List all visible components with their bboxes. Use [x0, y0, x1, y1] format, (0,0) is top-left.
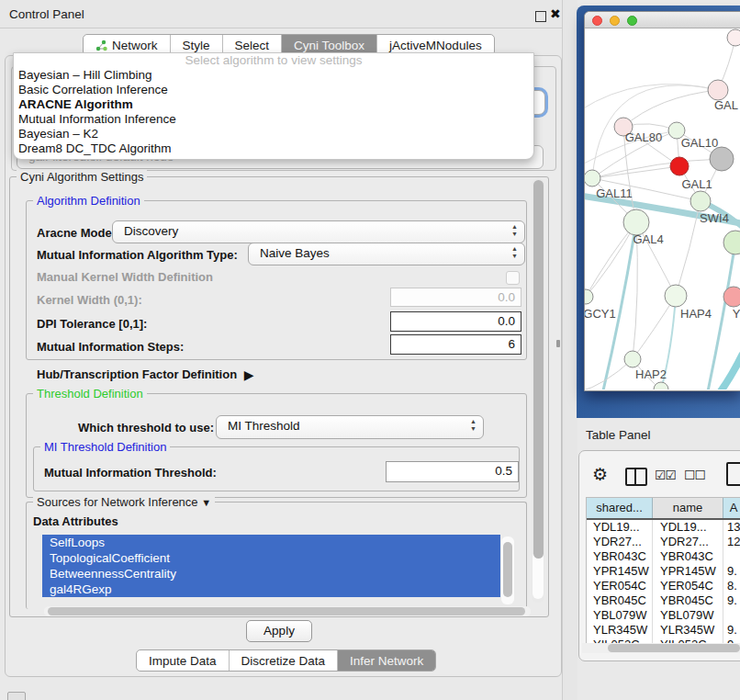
- divider-grip-icon[interactable]: [556, 340, 560, 347]
- float-window-icon[interactable]: [535, 11, 546, 22]
- table-row[interactable]: YPR145WYPR145W9.: [587, 564, 740, 579]
- node-label: SWI4: [700, 211, 729, 225]
- network-node-gal4[interactable]: [623, 209, 649, 235]
- network-node-swi4[interactable]: [723, 231, 740, 254]
- network-node-hap2[interactable]: [624, 351, 641, 367]
- table-cell: YBR045C: [587, 593, 653, 608]
- table-header[interactable]: shared...nameA: [587, 498, 740, 520]
- select-all-columns-icon[interactable]: ☑☑: [655, 468, 676, 482]
- table-row[interactable]: YBR043CYBR043C: [587, 549, 740, 564]
- dpi-tolerance-field[interactable]: 0.0: [390, 311, 521, 332]
- table-hscrollbar[interactable]: [608, 644, 740, 652]
- table-row[interactable]: YBR045CYBR045C9.: [587, 593, 740, 608]
- table-cell: YBR045C: [653, 593, 723, 608]
- network-node-gal1[interactable]: [690, 191, 711, 211]
- algorithm-option[interactable]: Mutual Information Inference: [14, 112, 533, 127]
- attribute-item[interactable]: SelfLoops: [42, 535, 500, 550]
- bottom-corner-widget[interactable]: [7, 692, 26, 700]
- mi-steps-field[interactable]: 6: [390, 334, 521, 355]
- settings-vscrollbar[interactable]: [533, 180, 544, 559]
- network-node[interactable]: [654, 382, 668, 390]
- settings-hscrollbar[interactable]: [48, 607, 525, 615]
- bottom-tabs: Impute DataDiscretize DataInfer Network: [136, 649, 436, 672]
- deselect-all-columns-icon[interactable]: ☐☐: [684, 468, 705, 482]
- aracne-mode-combo[interactable]: Discovery ▲▼: [112, 220, 525, 243]
- which-threshold-value: MI Threshold: [228, 419, 300, 433]
- gear-icon[interactable]: ⚙: [592, 464, 608, 485]
- apply-button[interactable]: Apply: [246, 620, 312, 642]
- network-view-frame: GALGAL80GAL10GAL11GAL1SWI4GAL4GCY1HAP4YH…: [577, 6, 740, 418]
- node-label: HAP4: [680, 307, 712, 321]
- columns-icon[interactable]: [625, 468, 647, 486]
- column-header[interactable]: A: [723, 498, 740, 518]
- algorithm-option[interactable]: Dream8 DC_TDC Algorithm: [14, 141, 533, 156]
- tab-impute-data[interactable]: Impute Data: [137, 650, 229, 671]
- manual-kernel-checkbox[interactable]: [506, 271, 520, 285]
- table-row[interactable]: YLR345WYLR345W9.: [587, 623, 740, 638]
- tab-label: Network: [112, 39, 158, 52]
- cyni-settings-title: Cyni Algorithm Settings: [17, 170, 147, 184]
- close-icon[interactable]: ✖: [550, 6, 561, 21]
- table-row[interactable]: YDR27...YDR27...12: [587, 535, 740, 549]
- attribute-item[interactable]: gal4RGexp: [42, 581, 500, 597]
- which-threshold-combo[interactable]: MI Threshold ▲▼: [216, 415, 484, 439]
- algorithm-option[interactable]: ARACNE Algorithm: [14, 97, 533, 112]
- tab-label: Discretize Data: [241, 654, 326, 668]
- zoom-traffic-light[interactable]: [627, 16, 637, 26]
- network-node[interactable]: [670, 157, 689, 175]
- tab-label: Cyni Toolbox: [294, 39, 364, 52]
- network-edge[interactable]: [585, 85, 718, 110]
- network-node[interactable]: [710, 147, 734, 171]
- network-node-gal11[interactable]: [585, 170, 600, 186]
- network-node-y[interactable]: [723, 287, 740, 307]
- export-table-icon[interactable]: [726, 462, 740, 486]
- algorithm-option[interactable]: Bayesian – K2: [14, 127, 533, 141]
- column-header[interactable]: name: [653, 498, 723, 518]
- network-node-gcy1[interactable]: [585, 289, 593, 304]
- table-cell: YPR145W: [587, 564, 653, 579]
- network-edge[interactable]: [697, 354, 740, 390]
- table-cell: YLR345W: [653, 623, 723, 638]
- node-label: GCY1: [585, 307, 616, 321]
- table-cell: YDR27...: [587, 535, 653, 549]
- mi-threshold-field[interactable]: 0.5: [386, 461, 519, 482]
- network-window-titlebar[interactable]: [585, 12, 740, 28]
- kernel-width-label: Kernel Width (0,1):: [37, 293, 142, 307]
- attribute-item[interactable]: BetweennessCentrality: [42, 566, 500, 581]
- expand-right-icon: ▶: [244, 367, 254, 382]
- table-cell: YDR27...: [653, 535, 723, 549]
- network-canvas[interactable]: GALGAL80GAL10GAL11GAL1SWI4GAL4GCY1HAP4YH…: [585, 28, 740, 390]
- network-icon: [95, 40, 107, 51]
- network-edge[interactable]: [623, 90, 718, 127]
- kernel-width-field[interactable]: 0.0: [390, 288, 521, 307]
- network-edge[interactable]: [708, 243, 735, 390]
- close-traffic-light[interactable]: [592, 16, 602, 26]
- network-node[interactable]: [727, 29, 740, 46]
- attributes-scrollbar[interactable]: [503, 542, 512, 597]
- network-node-hap4[interactable]: [665, 285, 687, 307]
- table-cell: YER054C: [653, 579, 723, 593]
- hub-definition-toggle[interactable]: Hub/Transcription Factor Definition ▶: [37, 367, 251, 381]
- table-row[interactable]: YER054CYER054C8.: [587, 579, 740, 593]
- mi-type-combo[interactable]: Naive Bayes ▲▼: [248, 243, 525, 265]
- table-cell: 9.: [723, 593, 740, 608]
- table-cell: YDL19...: [587, 520, 653, 535]
- algorithm-option[interactable]: Bayesian – Hill Climbing: [14, 68, 533, 83]
- node-label: GAL4: [633, 232, 663, 246]
- tab-infer-network[interactable]: Infer Network: [337, 650, 435, 671]
- table-row[interactable]: YBL079WYBL079W: [587, 608, 740, 623]
- sources-toggle[interactable]: Sources for Network Inference ▼: [33, 495, 215, 509]
- data-attributes-list[interactable]: SelfLoopsTopologicalCoefficientBetweenne…: [40, 535, 514, 606]
- table-row[interactable]: YDL19...YDL19...13: [587, 520, 740, 535]
- tab-label: Infer Network: [350, 654, 423, 668]
- algorithm-option[interactable]: Basic Correlation Inference: [14, 83, 533, 97]
- node-table[interactable]: shared...nameA YDL19...YDL19...13YDR27..…: [586, 497, 740, 646]
- panel-divider[interactable]: [562, 0, 577, 700]
- tab-discretize-data[interactable]: Discretize Data: [229, 650, 338, 671]
- node-label: GAL80: [625, 130, 662, 144]
- minimize-traffic-light[interactable]: [610, 16, 620, 26]
- attribute-item[interactable]: TopologicalCoefficient: [42, 550, 500, 566]
- network-edge[interactable]: [585, 239, 586, 297]
- network-node-gal[interactable]: [708, 80, 728, 100]
- column-header[interactable]: shared...: [587, 498, 653, 518]
